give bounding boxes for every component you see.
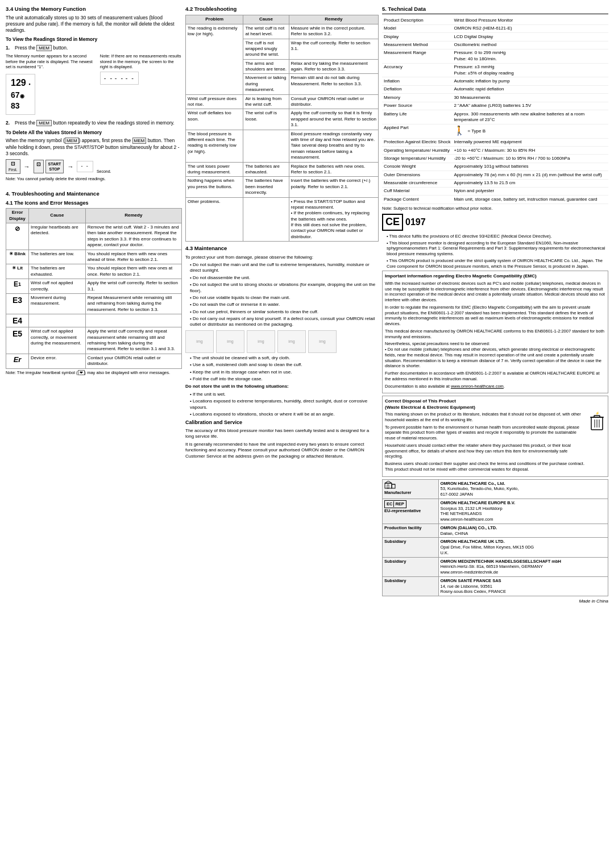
tech-label-model: Model [382, 24, 452, 32]
tech-value-dimensions: Approximately 78 (w) mm x 60 (h) mm x 21… [452, 171, 608, 179]
tech-label-display: Display [382, 33, 452, 41]
tech-value-battery: Approx. 300 measurements with new alkali… [452, 110, 608, 124]
trouble-remedy-6: Apply the cuff correctly so that it is f… [289, 109, 378, 130]
maint-bullet-3: Do not subject the unit to strong shocks… [190, 282, 379, 294]
step1-note-text: The Memory number appears for a second b… [6, 53, 96, 70]
tech-value-protection: Internally powered ME equipment [452, 138, 608, 146]
tech-table: Product Description Wrist Blood Pressure… [382, 16, 608, 203]
tech-row-package: Package Content Main unit, storage case,… [382, 196, 608, 203]
trouble-problem-9: Nothing happens when you press the butto… [186, 177, 243, 197]
company-details-eu: OMRON HEALTHCARE EUROPE B.V. Scorpius 33… [438, 499, 608, 524]
error-symbol-8: Er [6, 354, 29, 368]
trouble-remedy-8: Replace the batteries with new ones. Ref… [289, 162, 378, 177]
tech-row-cuff: Cuff Material Nylon and polyester [382, 187, 608, 195]
tech-note: Note: Subject to technical modification … [382, 206, 608, 211]
tech-label-accuracy: Accuracy [382, 63, 452, 77]
trouble-problem-1: The reading is extremely low (or high). [186, 24, 243, 94]
manufacturer-icon [384, 481, 396, 489]
trouble-row-7: The blood pressure is different each tim… [186, 130, 379, 162]
company-details-uk: OMRON HEALTHCARE UK LTD. Opal Drive, Fox… [438, 538, 608, 557]
disposal-text2: To prevent possible harm to the environm… [385, 425, 586, 441]
store-bullet-3: Locations exposed to vibrations, shocks … [190, 412, 379, 417]
storage-bullets: If the unit is wet. Locations exposed to… [190, 392, 379, 418]
error-remedy-7: Apply the wrist cuff correctly and repea… [85, 327, 181, 354]
section43-title: 4.3 Maintenance [185, 245, 379, 252]
error-row-8: Er Device error. Contact your OMRON reta… [6, 354, 182, 368]
tech-row-memory: Memory 30 Measurements [382, 94, 608, 102]
step2: 2. Press the MEM button repeatedly to vi… [6, 120, 182, 126]
mem-button[interactable]: MEM [36, 45, 52, 51]
tech-label-package: Package Content [382, 196, 452, 203]
tech-row-model: Model OMRON RS2 (HEM-6121-E) [382, 24, 608, 32]
error-cause-4: Wrist cuff not applied correctly. [29, 279, 86, 294]
trouble-row-10: Other problems. • Press the START/STOP b… [186, 197, 379, 242]
disposal-title: Correct Disposal of This Product(Waste E… [385, 398, 605, 410]
delete-text: When the memory symbol (MEM) appears, fi… [6, 138, 182, 156]
company-subsidiary-uk: Subsidiary OMRON HEALTHCARE UK LTD. Opal… [383, 538, 608, 557]
trouble-cause-5: Air is leaking from the wrist cuff. [243, 94, 289, 109]
disposal-box: Correct Disposal of This Product(Waste E… [382, 396, 608, 476]
section-41: 4. Troubleshooting and Maintenance 4.1 T… [6, 190, 182, 377]
clean-bullet-4: Fold the cuff into the storage case. [190, 376, 379, 382]
calibration-title: Calibration and Service [185, 420, 379, 426]
ce-number: 0197 [405, 217, 426, 229]
error-col-cause: Cause [29, 209, 86, 223]
trouble-remedy-5: Consult your OMRON retail outlet or dist… [289, 94, 378, 109]
img-placeholder-5: img [308, 330, 337, 353]
svg-rect-9 [385, 483, 392, 488]
tech-value-applied: 🚶 = Type B [452, 124, 608, 138]
maint-bullet-2: Do not disassemble the unit. [190, 275, 379, 281]
maint-bullet-1: Do not subject the main unit and the cuf… [190, 262, 379, 274]
disposal-text3: Household users should contact either th… [385, 443, 586, 459]
error-cause-1: Irregular heartbeats are detected. [29, 223, 86, 250]
section-5: 5. Technical Data Product Description Wr… [382, 6, 608, 604]
trouble-cause-6: The wrist cuff is loose. [243, 109, 289, 130]
company-details-de: OMRON MEDIZINTECHNIK HANDELSGESELLSCHAFT… [438, 557, 608, 576]
trouble-problem-10: Other problems. [186, 197, 243, 242]
trouble-col-cause: Cause [243, 15, 289, 24]
tech-label-applied: Applied Part [382, 124, 452, 138]
trouble-problem-7: The blood pressure is different each tim… [186, 130, 243, 162]
disposal-text4: Business users should contact their supp… [385, 461, 586, 472]
main-content: 3.4 Using the Memory Function The unit a… [6, 6, 608, 604]
error-row-7: E5 Wrist cuff not applied correctly, or … [6, 327, 182, 354]
tech-row-weight: Console Weight Approximately 101g withou… [382, 163, 608, 171]
store-bullet-2: Locations exposed to extreme temperature… [190, 398, 379, 410]
tech-row-applied: Applied Part 🚶 = Type B [382, 124, 608, 138]
emc-text6: Documentation is also available at www.o… [385, 384, 605, 389]
disposal-content: This marking shown on the product or its… [385, 412, 605, 474]
trouble-cause-1d: Movement or talking during measurement. [243, 74, 289, 94]
svg-marker-10 [385, 481, 392, 483]
disposal-icon-area: ⚡ [588, 412, 605, 474]
company-subsidiary-fr: Subsidiary OMRON SANTÉ FRANCE SAS 14, ru… [383, 576, 608, 596]
error-symbol-4: E1 [6, 279, 29, 294]
error-row-4: E1 Wrist cuff not applied correctly. App… [6, 279, 182, 294]
trouble-cause-7 [243, 130, 289, 162]
storage-title: Do not store the unit in the following s… [185, 384, 379, 389]
tech-value-optemp: +10 to +40°C / Maximum: 30 to 85% RH [452, 147, 608, 155]
emc-text4: Nevertheless, special precautions need t… [385, 341, 605, 369]
tech-label-power: Power Source [382, 102, 452, 110]
delete-note: Note: You cannot partially delete the st… [6, 176, 182, 182]
trouble-cause-1a: The wrist cuff is not at heart level. [243, 24, 289, 39]
svg-text:⚡: ⚡ [595, 412, 600, 416]
tech-row-battery: Battery Life Approx. 300 measurements wi… [382, 110, 608, 124]
trouble-row-5: Wrist cuff pressure does not rise. Air i… [186, 94, 379, 109]
clean-bullet-2: Use a soft, moistened cloth and soap to … [190, 362, 379, 368]
memory-display-area: The Memory number appears for a second b… [6, 53, 182, 117]
section-43: 4.3 Maintenance To protect your unit fro… [185, 245, 379, 461]
trouble-remedy-9: Insert the batteries with the correct (+… [289, 177, 378, 197]
tech-row-circumference: Measurable circumference Approximately 1… [382, 179, 608, 187]
section41-title: 4.1 The Icons and Error Messages [6, 200, 182, 207]
disposal-text1: This marking shown on the product or its… [385, 412, 586, 423]
middle-column: 4.2 Troubleshooting Problem Cause Remedy… [185, 6, 379, 604]
mem-button-2[interactable]: MEM [36, 120, 52, 126]
memory-display-small: - - - - - - [100, 72, 139, 85]
error-remedy-6 [85, 314, 181, 327]
trouble-row-1: The reading is extremely low (or high). … [186, 24, 379, 39]
company-role-subsidiary-de: Subsidiary [383, 557, 439, 576]
tech-label-protection: Protection Against Electric Shock [382, 138, 452, 146]
start-stop-btn: STARTSTOP [45, 160, 64, 173]
tech-value-memory: 30 Measurements [452, 94, 608, 102]
tech-row-method: Measurement Method Oscillometric method [382, 41, 608, 49]
